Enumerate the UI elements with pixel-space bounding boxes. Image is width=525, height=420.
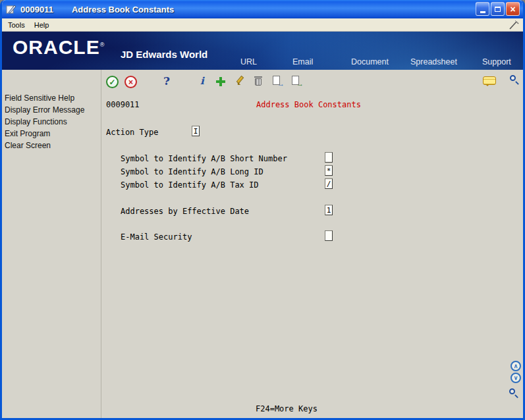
sidebar-item-exit-program[interactable]: Exit Program bbox=[5, 128, 101, 140]
info-icon[interactable]: i bbox=[200, 75, 204, 87]
field-label-long-id: Symbol to Identify A/B Long ID bbox=[121, 167, 263, 176]
sidebar-item-display-functions[interactable]: Display Functions bbox=[5, 116, 101, 128]
sidebar-item-display-error-message[interactable]: Display Error Message bbox=[5, 104, 101, 116]
titlebar[interactable]: 0009011 Address Book Constants × bbox=[2, 0, 523, 18]
cancel-icon[interactable]: × bbox=[124, 76, 137, 88]
menu-help[interactable]: Help bbox=[30, 19, 54, 31]
action-type-label: Action Type bbox=[106, 128, 158, 137]
sidebar-item-clear-screen[interactable]: Clear Screen bbox=[5, 140, 101, 151]
function-keys-hint: F24=More Keys bbox=[256, 404, 318, 413]
window-controls: × bbox=[476, 2, 520, 16]
export-icon[interactable]: → bbox=[273, 76, 283, 86]
body: Field Sensitive Help Display Error Messa… bbox=[2, 70, 523, 418]
scroll-down-icon[interactable]: ∨ bbox=[511, 373, 521, 383]
field-label-email-security: E-Mail Security bbox=[121, 232, 192, 242]
pen-icon bbox=[509, 20, 519, 30]
banner-link-spreadsheet[interactable]: Spreadsheet bbox=[410, 57, 457, 66]
email-security-input[interactable] bbox=[325, 230, 333, 241]
ok-icon[interactable]: ✓ bbox=[106, 76, 119, 88]
restore-icon bbox=[495, 7, 501, 12]
field-label-effective-date: Addresses by Effective Date bbox=[121, 207, 249, 216]
effective-date-input[interactable] bbox=[325, 205, 333, 215]
program-id: 0009011 bbox=[106, 100, 140, 109]
restore-button[interactable] bbox=[491, 2, 505, 16]
banner-link-support[interactable]: Support bbox=[482, 57, 511, 66]
scroll-up-icon[interactable]: ∧ bbox=[511, 361, 521, 371]
banner-link-url[interactable]: URL bbox=[240, 57, 257, 66]
messages-icon[interactable] bbox=[483, 76, 496, 85]
window-title-id: 0009011 bbox=[20, 5, 53, 14]
oracle-logo: ORACLE® bbox=[13, 36, 105, 59]
page-search-icon[interactable] bbox=[509, 388, 519, 399]
form-title: Address Book Constants bbox=[256, 100, 361, 109]
add-icon[interactable] bbox=[216, 77, 225, 86]
field-label-tax-id: Symbol to Identify A/B Tax ID bbox=[121, 180, 259, 190]
symbol-tax-id-input[interactable] bbox=[325, 178, 333, 189]
menubar: Tools Help bbox=[2, 18, 523, 32]
sidebar: Field Sensitive Help Display Error Messa… bbox=[2, 70, 101, 418]
banner-link-document[interactable]: Document bbox=[351, 57, 389, 66]
close-button[interactable]: × bbox=[506, 2, 520, 16]
symbol-short-number-input[interactable] bbox=[325, 152, 333, 163]
banner: ORACLE® JD Edwards World URL Email Docum… bbox=[2, 32, 523, 70]
main-panel: ✓ × ? i → → 0009011 Address Book Constan… bbox=[101, 70, 523, 418]
field-label-short-number: Symbol to Identify A/B Short Number bbox=[121, 154, 287, 163]
app-window: 0009011 Address Book Constants × Tools H… bbox=[0, 0, 525, 420]
symbol-long-id-input[interactable] bbox=[325, 165, 333, 176]
product-name: JD Edwards World bbox=[121, 49, 207, 60]
menu-tools[interactable]: Tools bbox=[3, 19, 30, 31]
window-title: Address Book Constants bbox=[72, 5, 174, 14]
import-icon[interactable]: → bbox=[292, 76, 302, 86]
banner-link-email[interactable]: Email bbox=[292, 57, 313, 66]
sidebar-item-field-sensitive-help[interactable]: Field Sensitive Help bbox=[5, 92, 101, 104]
help-icon[interactable]: ? bbox=[163, 74, 170, 88]
registered-mark: ® bbox=[100, 41, 105, 48]
minimize-icon bbox=[480, 11, 485, 13]
minimize-button[interactable] bbox=[476, 2, 489, 16]
app-icon[interactable] bbox=[6, 4, 16, 14]
toolbar-search-icon[interactable] bbox=[509, 75, 520, 86]
edit-icon[interactable] bbox=[235, 76, 245, 86]
delete-icon[interactable] bbox=[254, 76, 263, 86]
action-type-input[interactable] bbox=[192, 126, 200, 136]
